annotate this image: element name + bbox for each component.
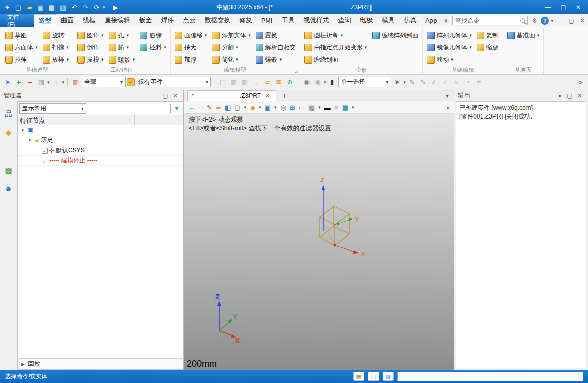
more-tools-icon[interactable]: » <box>575 77 585 87</box>
section-view-icon[interactable]: ▭ <box>299 104 305 111</box>
open-folder-icon[interactable]: ▰ <box>24 2 35 12</box>
visibility-checkbox[interactable]: ✓ <box>42 148 48 154</box>
ribbon-item[interactable]: 螺纹 <box>107 53 137 66</box>
output-close-icon[interactable]: ✕ <box>575 91 584 100</box>
ribbon-item-dropdown[interactable] <box>35 45 38 50</box>
wireframe-model[interactable] <box>320 206 349 245</box>
ribbon-item[interactable]: 复制 <box>475 29 500 41</box>
tree-row[interactable]: ▾▣ <box>18 125 183 135</box>
polyhedron-icon-dropdown[interactable] <box>259 105 261 110</box>
filter-funnel-icon[interactable]: ▼ <box>172 104 181 113</box>
display-filter-combobox[interactable]: 显示常用 <box>19 103 86 114</box>
new-tab-icon[interactable]: + <box>280 91 289 100</box>
minimize-button[interactable]: — <box>540 2 555 13</box>
ribbon-item[interactable]: 解析自相交 <box>254 41 297 53</box>
ribbon-item-dropdown[interactable] <box>280 57 282 62</box>
pick-mode-combobox[interactable]: 单一选择 <box>338 77 391 87</box>
ribbon-item[interactable]: 扫掠 <box>41 41 71 53</box>
wireframe-cube-icon-dropdown[interactable] <box>244 105 247 110</box>
entity-filter-combobox[interactable]: 全部 <box>82 77 126 87</box>
back-icon[interactable]: ← <box>188 104 195 111</box>
window-toggle-icon[interactable]: ▢ <box>368 372 379 381</box>
manager-close-icon[interactable]: ✕ <box>171 91 180 100</box>
frame-icon[interactable]: ⊞ <box>290 104 295 111</box>
search-icon[interactable] <box>520 18 525 23</box>
part-filter-icon[interactable]: ✓ <box>127 78 135 86</box>
refresh-icon[interactable]: ⟳ <box>91 2 102 12</box>
tree-row[interactable]: ✓✛默认CSYS <box>18 145 183 156</box>
ribbon-tab[interactable]: 钣金 <box>135 14 157 27</box>
circle-icon-2[interactable]: ◔ <box>462 77 473 87</box>
ribbon-tab[interactable]: 模具 <box>377 14 399 27</box>
ribbon-item-dropdown[interactable] <box>469 45 472 50</box>
ribbon-item-dropdown[interactable] <box>205 33 207 38</box>
background-icon[interactable]: ■ <box>334 104 338 111</box>
role-manager-tab[interactable]: ☻ <box>5 184 13 193</box>
ribbon-tab[interactable]: 修复 <box>235 14 257 27</box>
ribbon-tab[interactable]: 仿真 <box>399 14 421 27</box>
plane-display-icon-dropdown[interactable] <box>274 105 277 110</box>
doc-minimize-icon[interactable]: – <box>555 16 565 25</box>
ribbon-item-dropdown[interactable] <box>133 57 135 62</box>
ribbon-item[interactable]: 面偏移 <box>173 29 209 41</box>
ribbon-tab[interactable]: 直接编辑 <box>100 14 135 27</box>
ribbon-tab[interactable]: PMI <box>257 14 277 27</box>
spline-icon[interactable]: ≈ <box>474 77 484 87</box>
ribbon-item[interactable]: 缠绕阵列到面 <box>370 29 420 41</box>
ribbon-tab[interactable]: 曲面 <box>56 14 78 27</box>
select-cursor-icon[interactable]: ➤ <box>3 77 13 87</box>
solid-manager-tab[interactable]: ◆ <box>6 128 12 137</box>
ribbon-item[interactable]: 置换 <box>254 29 297 41</box>
dialog-launcher-icon[interactable]: ◿ <box>295 69 298 73</box>
ribbon-item-dropdown[interactable] <box>469 33 472 38</box>
target-dropdown[interactable] <box>324 80 326 85</box>
ribbon-item[interactable]: 放样 <box>41 53 71 66</box>
render-stack-icon-dropdown[interactable] <box>352 105 354 110</box>
ribbon-item[interactable]: 添加实体 <box>210 29 252 41</box>
ribbon-item-dropdown[interactable] <box>365 45 367 50</box>
output-menu-icon[interactable]: ▪ <box>555 91 564 100</box>
manager-tree-tab[interactable]: 品 <box>5 109 12 119</box>
ribbon-item[interactable]: 唇缘 <box>138 29 168 41</box>
ribbon-item-dropdown[interactable] <box>101 33 104 38</box>
ribbon-tab[interactable]: 焊件 <box>157 14 178 27</box>
lasso-dropdown[interactable] <box>62 80 65 85</box>
align-icon-3[interactable]: ▦ <box>240 77 250 87</box>
print-preview-icon[interactable]: ▥ <box>58 2 68 12</box>
filter-list-icon[interactable]: ▥ <box>71 77 81 87</box>
pick-from-list-dropdown[interactable] <box>47 80 50 85</box>
ribbon-tab[interactable]: App <box>421 14 441 27</box>
wireframe-cube-icon[interactable]: ▢ <box>234 104 240 111</box>
ribbon-item[interactable]: 缩放 <box>475 41 500 53</box>
tree-caret-icon[interactable]: ▾ <box>20 128 26 133</box>
undo-icon[interactable]: ↶ <box>69 2 79 12</box>
scope-filter-combobox[interactable]: 仅有零件 <box>136 77 211 87</box>
target-icon[interactable]: ◎ <box>280 104 286 111</box>
ribbon-item[interactable]: 由指定点开始变形 <box>303 41 369 53</box>
ribbon-tab[interactable]: 查询 <box>333 14 355 27</box>
ribbon-item[interactable]: 缠绕到面 <box>303 53 369 66</box>
file-menu-button[interactable]: 文件(F) <box>0 14 34 27</box>
tab-list-icon[interactable]: ▾ <box>443 91 452 100</box>
add-to-selection-icon[interactable]: + <box>14 77 24 87</box>
ribbon-item-dropdown[interactable] <box>101 57 104 62</box>
line-icon-1[interactable]: ∕ <box>429 77 439 87</box>
line-width-icon[interactable]: ▬ <box>324 104 331 111</box>
ribbon-item[interactable]: 坯料 <box>138 41 168 53</box>
ribbon-item[interactable]: 拉伸 <box>4 53 39 66</box>
cursor-mode-dropdown[interactable] <box>404 80 406 85</box>
grid-toggle-icon[interactable]: ▦ <box>353 372 364 381</box>
ribbon-item-dropdown[interactable] <box>67 45 69 50</box>
doc-restore-icon[interactable]: ▢ <box>567 16 576 25</box>
tree-caret-icon[interactable]: ▾ <box>27 138 33 143</box>
ribbon-item-dropdown[interactable] <box>236 45 238 50</box>
help-icon[interactable]: ? <box>541 17 549 25</box>
ribbon-item[interactable]: 简化 <box>210 53 252 66</box>
mail-icon[interactable]: ✉ <box>273 77 284 87</box>
visual-manager-tab[interactable]: ▩ <box>5 166 12 175</box>
print-icon[interactable]: ▤ <box>47 2 57 12</box>
sketch-pencil-icon[interactable]: ✎ <box>207 104 212 111</box>
document-tab[interactable]: * .Z3PRT ✕ <box>187 90 276 101</box>
ribbon-item[interactable]: 筋 <box>107 41 137 53</box>
refresh-icon-dropdown[interactable] <box>103 5 105 10</box>
